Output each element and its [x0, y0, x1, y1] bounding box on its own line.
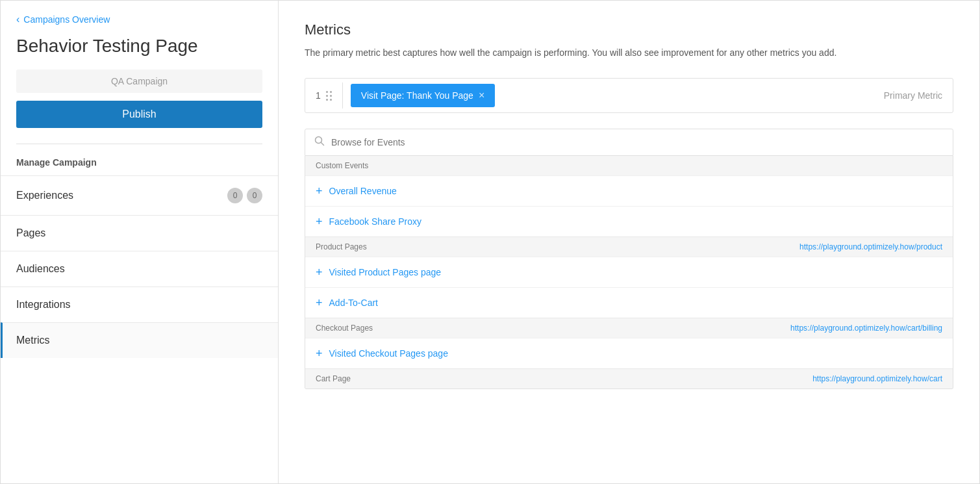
sidebar-item-experiences-label: Experiences — [16, 190, 73, 201]
events-list: Custom Events + Overall Revenue + Facebo… — [305, 156, 953, 389]
sidebar-item-pages-label: Pages — [16, 227, 45, 239]
section-url-cart-page[interactable]: https://playground.optimizely.how/cart — [812, 374, 942, 383]
experiences-badges: 0 0 — [227, 188, 262, 203]
publish-button[interactable]: Publish — [16, 101, 262, 128]
qa-campaign-button[interactable]: QA Campaign — [16, 70, 262, 93]
section-label-cart-page: Cart Page — [316, 374, 351, 383]
event-name-overall-revenue: Overall Revenue — [329, 186, 397, 196]
primary-metric-label: Primary Metric — [884, 90, 953, 101]
event-item-visited-checkout[interactable]: + Visited Checkout Pages page — [305, 338, 953, 368]
section-header-product-pages: Product Pages https://playground.optimiz… — [305, 236, 953, 257]
section-label-product-pages: Product Pages — [316, 242, 367, 251]
sidebar-item-metrics-label: Metrics — [16, 335, 50, 346]
event-item-overall-revenue[interactable]: + Overall Revenue — [305, 175, 953, 206]
metric-tag-close-button[interactable]: × — [479, 90, 484, 101]
main-content: Metrics The primary metric best captures… — [279, 1, 979, 483]
section-url-checkout-pages[interactable]: https://playground.optimizely.how/cart/b… — [790, 324, 942, 333]
metrics-description: The primary metric best captures how wel… — [305, 46, 889, 60]
section-header-custom-events: Custom Events — [305, 156, 953, 175]
search-icon — [314, 136, 325, 149]
sidebar: ‹ Campaigns Overview Behavior Testing Pa… — [1, 1, 279, 483]
add-event-icon: + — [316, 348, 323, 359]
add-event-icon: + — [316, 297, 323, 309]
search-area — [305, 129, 953, 156]
sidebar-item-integrations-label: Integrations — [16, 299, 71, 311]
section-header-cart-page: Cart Page https://playground.optimizely.… — [305, 368, 953, 388]
sidebar-item-experiences[interactable]: Experiences 0 0 — [1, 175, 278, 215]
section-header-checkout-pages: Checkout Pages https://playground.optimi… — [305, 318, 953, 338]
back-arrow-icon: ‹ — [16, 14, 19, 25]
metric-number: 1 — [316, 90, 321, 101]
sidebar-nav: Experiences 0 0 Pages Audiences Integrat… — [1, 175, 278, 358]
event-item-visited-product[interactable]: + Visited Product Pages page — [305, 257, 953, 287]
sidebar-item-integrations[interactable]: Integrations — [1, 287, 278, 322]
app-frame: ‹ Campaigns Overview Behavior Testing Pa… — [0, 0, 980, 484]
add-event-icon: + — [316, 216, 323, 227]
search-input[interactable] — [331, 137, 944, 147]
section-label-custom-events: Custom Events — [316, 161, 368, 170]
badge-2: 0 — [247, 188, 262, 203]
metric-row: 1 Visit Page: Thank You Page × Primary M… — [305, 78, 953, 113]
manage-campaign-label: Manage Campaign — [1, 144, 278, 175]
sidebar-item-audiences-label: Audiences — [16, 263, 65, 275]
event-name-visited-checkout: Visited Checkout Pages page — [329, 348, 448, 359]
section-label-checkout-pages: Checkout Pages — [316, 324, 373, 333]
section-url-product-pages[interactable]: https://playground.optimizely.how/produc… — [799, 242, 942, 251]
sidebar-item-metrics[interactable]: Metrics — [1, 322, 278, 358]
metric-number-area: 1 — [305, 83, 343, 108]
event-item-facebook-share[interactable]: + Facebook Share Proxy — [305, 206, 953, 236]
event-name-visited-product: Visited Product Pages page — [329, 267, 442, 277]
add-event-icon: + — [316, 266, 323, 278]
add-event-icon: + — [316, 185, 323, 197]
back-link[interactable]: ‹ Campaigns Overview — [1, 1, 278, 33]
sidebar-item-audiences[interactable]: Audiences — [1, 251, 278, 287]
svg-line-1 — [321, 143, 324, 146]
event-name-add-to-cart: Add-To-Cart — [329, 298, 378, 308]
badge-1: 0 — [227, 188, 243, 203]
sidebar-item-pages[interactable]: Pages — [1, 215, 278, 251]
drag-handle-icon[interactable] — [326, 91, 332, 101]
back-label: Campaigns Overview — [23, 14, 110, 25]
metrics-title: Metrics — [305, 21, 953, 38]
metric-tag: Visit Page: Thank You Page × — [351, 84, 495, 107]
event-name-facebook-share: Facebook Share Proxy — [329, 216, 421, 227]
metric-tag-label: Visit Page: Thank You Page — [361, 90, 473, 101]
page-title: Behavior Testing Page — [1, 33, 278, 70]
event-item-add-to-cart[interactable]: + Add-To-Cart — [305, 287, 953, 318]
